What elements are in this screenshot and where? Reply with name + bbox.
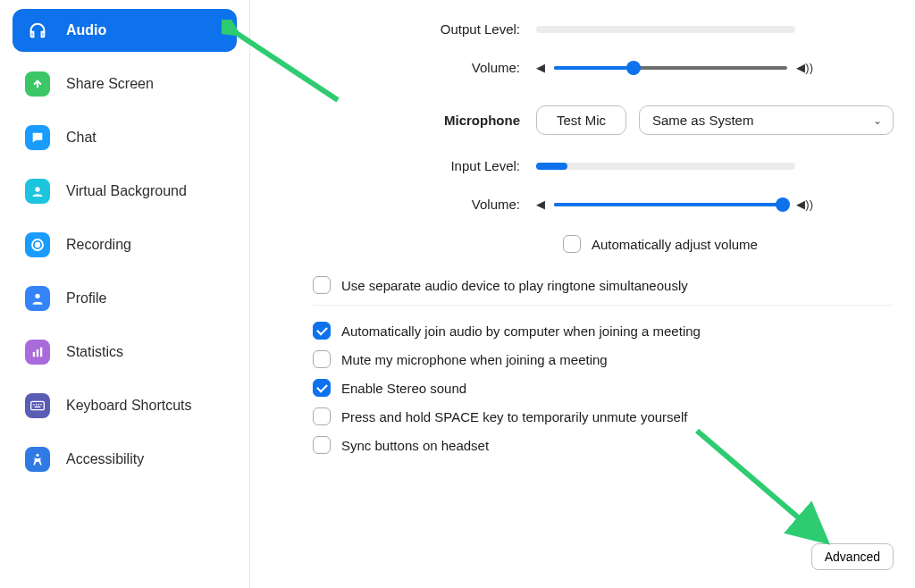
speaker-high-icon: ◀)) — [796, 197, 813, 211]
input-volume-label: Volume: — [304, 197, 536, 212]
profile-icon — [25, 286, 50, 311]
sidebar-item-recording[interactable]: Recording — [13, 223, 237, 266]
sidebar: Audio Share Screen Chat Virtual Backgrou… — [0, 0, 250, 588]
virtual-bg-icon — [25, 179, 50, 204]
auto-join-audio-checkbox[interactable]: Automatically join audio by computer whe… — [313, 322, 894, 340]
separate-ringtone-device-checkbox[interactable]: Use separate audio device to play ringto… — [313, 276, 894, 294]
svg-rect-8 — [33, 404, 34, 405]
option-label: Sync buttons on headset — [341, 438, 489, 453]
recording-icon — [25, 232, 50, 257]
microphone-device-select[interactable]: Same as System ⌄ — [639, 105, 894, 135]
option-label: Automatically join audio by computer whe… — [341, 323, 701, 339]
advanced-button[interactable]: Advanced — [811, 543, 894, 570]
svg-rect-5 — [37, 349, 38, 357]
sidebar-item-virtual-background[interactable]: Virtual Background — [13, 170, 237, 213]
sync-headset-checkbox[interactable]: Sync buttons on headset — [313, 436, 894, 454]
input-level-label: Input Level: — [304, 158, 536, 173]
test-mic-button[interactable]: Test Mic — [536, 105, 626, 135]
output-level-label: Output Level: — [304, 21, 536, 37]
chevron-down-icon: ⌄ — [873, 114, 882, 127]
space-unmute-checkbox[interactable]: Press and hold SPACE key to temporarily … — [313, 407, 894, 425]
svg-rect-10 — [38, 404, 39, 405]
speaker-high-icon: ◀)) — [796, 61, 813, 74]
microphone-section-label: Microphone — [304, 113, 536, 128]
option-label: Use separate audio device to play ringto… — [341, 278, 688, 293]
svg-rect-4 — [33, 352, 35, 357]
sidebar-item-audio[interactable]: Audio — [13, 9, 237, 52]
sidebar-item-accessibility[interactable]: Accessibility — [13, 438, 237, 481]
auto-adjust-volume-checkbox[interactable]: Automatically adjust volume — [563, 235, 758, 253]
option-label: Mute my microphone when joining a meetin… — [341, 352, 608, 367]
sidebar-item-keyboard-shortcuts[interactable]: Keyboard Shortcuts — [13, 384, 237, 427]
sidebar-item-label: Virtual Background — [66, 183, 187, 199]
option-label: Press and hold SPACE key to temporarily … — [341, 409, 687, 424]
sidebar-item-label: Recording — [66, 237, 131, 253]
svg-rect-12 — [35, 407, 41, 407]
sidebar-item-label: Profile — [66, 290, 106, 307]
output-volume-slider[interactable] — [554, 66, 787, 70]
microphone-device-selected: Same as System — [652, 113, 753, 128]
keyboard-icon — [25, 393, 50, 418]
sidebar-item-label: Audio — [66, 22, 106, 38]
sidebar-item-share-screen[interactable]: Share Screen — [13, 63, 237, 105]
input-volume-slider[interactable] — [554, 203, 787, 206]
sidebar-item-label: Statistics — [66, 344, 123, 360]
sidebar-item-profile[interactable]: Profile — [13, 277, 237, 320]
svg-point-13 — [36, 454, 38, 457]
sidebar-item-statistics[interactable]: Statistics — [13, 331, 237, 374]
auto-adjust-volume-label: Automatically adjust volume — [592, 237, 758, 252]
speaker-low-icon: ◀ — [536, 197, 545, 211]
output-level-meter — [536, 26, 795, 33]
chat-icon — [25, 125, 50, 150]
enable-stereo-checkbox[interactable]: Enable Stereo sound — [313, 379, 894, 397]
output-volume-label: Volume: — [304, 60, 536, 75]
accessibility-icon — [25, 447, 50, 472]
divider — [313, 305, 894, 306]
svg-rect-6 — [40, 348, 42, 357]
option-label: Enable Stereo sound — [341, 381, 466, 396]
headphones-icon — [25, 18, 50, 43]
speaker-low-icon: ◀ — [536, 61, 545, 74]
sidebar-item-label: Keyboard Shortcuts — [66, 398, 192, 414]
input-level-meter — [536, 163, 795, 170]
mute-mic-on-join-checkbox[interactable]: Mute my microphone when joining a meetin… — [313, 350, 894, 368]
sidebar-item-chat[interactable]: Chat — [13, 116, 237, 159]
share-screen-icon — [25, 71, 50, 97]
sidebar-item-label: Share Screen — [66, 76, 154, 92]
svg-point-3 — [35, 294, 39, 298]
sidebar-item-label: Chat — [66, 130, 97, 146]
svg-rect-7 — [31, 401, 45, 409]
svg-rect-9 — [36, 404, 37, 405]
statistics-icon — [25, 340, 50, 365]
sidebar-item-label: Accessibility — [66, 451, 144, 467]
svg-point-2 — [36, 243, 40, 248]
svg-point-0 — [35, 187, 39, 191]
svg-rect-11 — [40, 404, 41, 405]
settings-panel: Output Level: Volume: ◀ ◀)) — [250, 0, 915, 588]
